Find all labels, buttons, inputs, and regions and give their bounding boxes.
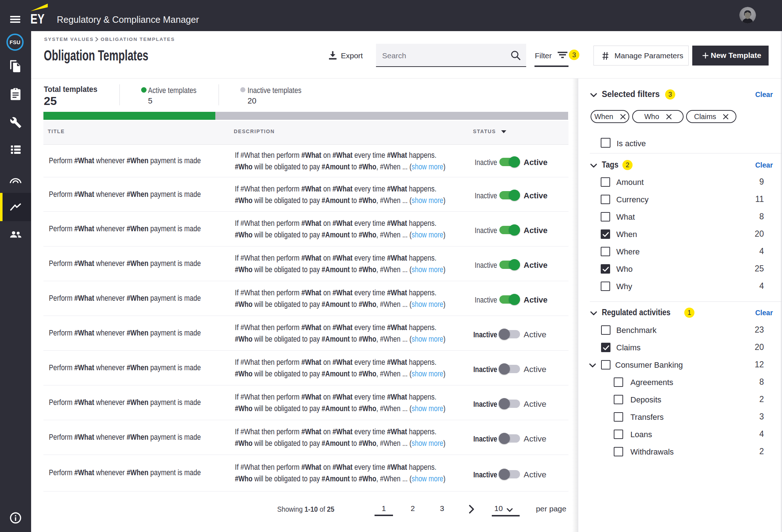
svg-text:FSU: FSU xyxy=(10,39,21,45)
svg-text:EY: EY xyxy=(30,12,45,25)
